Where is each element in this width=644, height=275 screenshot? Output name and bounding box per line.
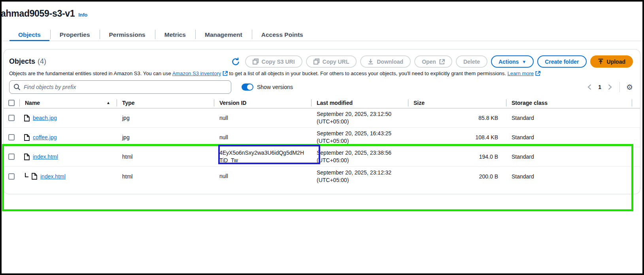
copy-url-label: Copy URL	[323, 59, 349, 65]
version-id-cell: null	[214, 114, 306, 122]
current-page[interactable]: 1	[597, 84, 603, 90]
objects-toolbar: Copy S3 URI Copy URL Download Open	[230, 55, 633, 68]
show-versions-label: Show versions	[257, 84, 293, 90]
column-header-name[interactable]: Name ▲	[19, 97, 117, 108]
delete-label: Delete	[463, 59, 480, 65]
size-cell: 200.0 B	[408, 173, 506, 180]
column-header-storage-class[interactable]: Storage class	[506, 97, 640, 108]
copy-s3-uri-button[interactable]: Copy S3 URI	[245, 55, 302, 68]
object-name-cell: index.html	[19, 154, 117, 160]
learn-more-link[interactable]: Learn more	[508, 70, 534, 76]
description-text-2: to get a list of all objects in your buc…	[228, 70, 508, 76]
row-checkbox[interactable]	[8, 173, 15, 180]
column-header-size[interactable]: Size	[408, 97, 506, 108]
toggle-knob	[247, 84, 253, 90]
download-button[interactable]: Download	[360, 55, 411, 68]
version-id-cell: null	[214, 173, 306, 180]
table-row: beach.jpg jpg null September 20, 2025, 2…	[4, 108, 640, 128]
objects-panel: Objects(4) Copy S3 URI	[3, 49, 640, 194]
tab-management[interactable]: Management	[195, 28, 252, 41]
tab-permissions[interactable]: Permissions	[100, 28, 155, 41]
version-elbow-icon	[25, 173, 28, 177]
column-header-type[interactable]: Type	[117, 97, 214, 108]
select-all-checkbox[interactable]	[8, 100, 15, 106]
object-link[interactable]: beach.jpg	[33, 115, 57, 121]
upload-button[interactable]: Upload	[590, 55, 633, 68]
tab-metrics[interactable]: Metrics	[155, 28, 195, 41]
tab-properties[interactable]: Properties	[50, 28, 100, 41]
version-id-cell: 4EyX5o6nSxy2wa3U6idQg5dM2HTiD_Tw	[214, 149, 306, 164]
column-header-last-modified[interactable]: Last modified	[311, 97, 408, 108]
storage-class-cell: Standard	[506, 134, 640, 140]
copy-url-button[interactable]: Copy URL	[306, 55, 357, 68]
chevron-right-icon	[608, 84, 612, 90]
download-label: Download	[377, 59, 403, 65]
row-checkbox[interactable]	[8, 134, 15, 140]
file-icon	[24, 154, 30, 160]
create-folder-label: Create folder	[545, 59, 579, 65]
tab-objects[interactable]: Objects	[9, 28, 50, 41]
objects-title: Objects	[9, 57, 35, 65]
search-box	[9, 80, 231, 94]
object-link[interactable]: coffee.jpg	[33, 134, 57, 140]
open-button[interactable]: Open	[414, 55, 452, 68]
screenshot-frame: ahmad9059-s3-v1 Info Objects Properties …	[0, 0, 644, 275]
objects-controls-row: Show versions 1 ⚙	[9, 80, 633, 94]
row-checkbox-cell	[4, 154, 19, 160]
size-cell: 194.0 B	[408, 154, 506, 160]
file-icon	[24, 134, 30, 141]
object-link[interactable]: index.html	[33, 154, 58, 160]
objects-description: Objects are the fundamental entities sto…	[4, 68, 640, 76]
last-modified-cell: September 20, 2025, 23:12:50 (UTC+05:00)	[311, 110, 408, 125]
create-folder-button[interactable]: Create folder	[537, 55, 586, 68]
row-checkbox[interactable]	[8, 154, 15, 160]
search-input[interactable]	[9, 80, 231, 94]
modified-timezone: (UTC+05:00)	[317, 157, 408, 164]
actions-button[interactable]: Actions ▼	[491, 55, 534, 68]
storage-class-cell: Standard	[506, 115, 640, 121]
description-text: Objects are the fundamental entities sto…	[9, 70, 172, 76]
pager-divider	[619, 82, 620, 92]
inventory-link[interactable]: Amazon S3 inventory	[172, 70, 221, 76]
type-cell: html	[117, 154, 214, 160]
info-link[interactable]: Info	[78, 12, 87, 18]
objects-title-group: Objects(4)	[9, 57, 46, 66]
show-versions-toggle[interactable]	[242, 83, 253, 91]
modified-date: September 20, 2025, 23:38:56	[317, 149, 408, 157]
delete-button[interactable]: Delete	[456, 55, 487, 68]
next-page-button[interactable]	[607, 83, 613, 91]
previous-page-button[interactable]	[586, 83, 593, 91]
object-link[interactable]: index.html	[40, 173, 66, 180]
upload-icon	[598, 59, 604, 64]
download-icon	[368, 59, 374, 64]
open-label: Open	[422, 59, 436, 65]
last-modified-cell: September 20, 2025, 16:43:25 (UTC+05:00)	[311, 130, 408, 145]
name-header-label: Name	[25, 100, 40, 106]
modified-timezone: (UTC+05:00)	[317, 118, 408, 125]
bucket-name: ahmad9059-s3-v1	[2, 8, 75, 19]
size-cell: 85.8 KB	[408, 115, 506, 121]
table-row: coffee.jpg jpg null September 20, 2025, …	[4, 128, 640, 147]
refresh-button[interactable]	[230, 57, 241, 67]
object-name-cell: coffee.jpg	[19, 134, 117, 141]
modified-date: September 20, 2025, 16:43:25	[317, 130, 408, 137]
type-cell: jpg	[117, 134, 214, 140]
row-checkbox-cell	[4, 134, 19, 140]
copy-icon	[253, 59, 259, 64]
object-name-cell: index.html	[19, 173, 117, 180]
preferences-gear-button[interactable]: ⚙	[626, 83, 633, 91]
tab-access-points[interactable]: Access Points	[252, 28, 313, 41]
upload-label: Upload	[607, 59, 625, 65]
version-id-cell: null	[214, 134, 306, 141]
row-checkbox[interactable]	[8, 115, 15, 121]
column-header-version-id[interactable]: Version ID	[214, 97, 311, 108]
file-icon	[24, 115, 30, 121]
last-modified-cell: September 20, 2025, 23:38:56 (UTC+05:00)	[311, 149, 408, 164]
pagination: 1 ⚙	[586, 82, 633, 92]
s3-console-page: ahmad9059-s3-v1 Info Objects Properties …	[2, 2, 642, 273]
type-cell: jpg	[117, 115, 214, 121]
row-checkbox-cell	[4, 173, 19, 180]
copy-icon	[314, 59, 319, 64]
table-header-row: Name ▲ Type Version ID Last modified Siz…	[4, 97, 640, 108]
file-icon	[32, 173, 37, 180]
